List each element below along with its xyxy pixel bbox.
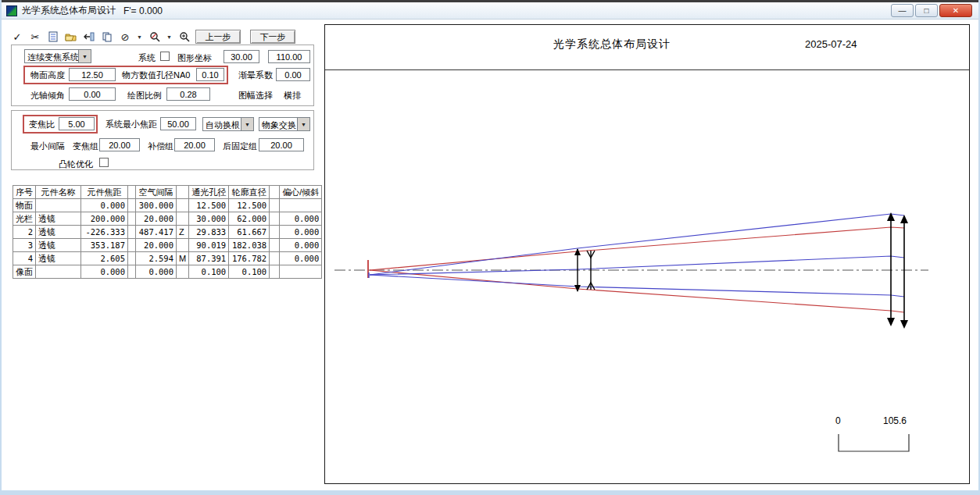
table-cell[interactable] xyxy=(36,199,81,212)
table-cell[interactable]: 0.000 xyxy=(136,265,177,279)
table-cell[interactable]: 2.594 xyxy=(136,252,177,265)
table-cell[interactable]: 29.833 xyxy=(189,226,229,239)
table-cell[interactable]: 62.000 xyxy=(229,212,270,226)
table-cell[interactable]: 20.000 xyxy=(136,239,177,252)
cam-optimize-checkbox[interactable] xyxy=(99,158,109,167)
cut-icon[interactable]: ✂ xyxy=(29,30,41,43)
table-cell[interactable]: 物面 xyxy=(13,199,36,212)
frame-orientation-value[interactable]: 横排 xyxy=(284,90,301,101)
chevron-down-icon[interactable]: ▼ xyxy=(297,118,309,130)
maximize-button[interactable]: □ xyxy=(915,4,938,17)
table-cell[interactable]: 0.000 xyxy=(280,226,322,239)
table-header-cell xyxy=(128,186,136,199)
table-cell[interactable]: 487.417 xyxy=(136,226,177,239)
table-cell[interactable]: 透镜 xyxy=(36,239,81,252)
system-checkbox[interactable] xyxy=(160,52,170,61)
import-icon[interactable] xyxy=(83,30,95,43)
table-cell[interactable] xyxy=(128,226,136,239)
table-cell[interactable]: 353.187 xyxy=(81,239,128,252)
pen-off-dropdown-caret[interactable]: ▼ xyxy=(137,34,143,40)
table-cell[interactable] xyxy=(177,265,189,279)
rear-group-field[interactable] xyxy=(259,138,304,151)
pen-off-icon[interactable]: ⊘ xyxy=(119,30,131,43)
table-cell[interactable] xyxy=(128,265,136,279)
table-cell[interactable]: 0.100 xyxy=(229,265,270,279)
table-cell[interactable]: 182.038 xyxy=(229,239,270,252)
table-cell[interactable]: 12.500 xyxy=(189,199,229,212)
table-cell[interactable] xyxy=(280,199,322,212)
zoom-group-field[interactable] xyxy=(99,138,140,151)
table-cell[interactable] xyxy=(270,199,280,212)
table-cell[interactable]: 176.782 xyxy=(229,252,270,265)
table-cell[interactable]: 300.000 xyxy=(136,199,177,212)
table-cell[interactable]: 0.000 xyxy=(81,199,128,212)
auto-switch-select[interactable]: 自动换根 ▼ xyxy=(202,117,254,131)
table-cell[interactable] xyxy=(270,239,280,252)
object-height-field[interactable] xyxy=(69,68,116,81)
close-button[interactable]: ✕ xyxy=(939,4,972,17)
table-cell[interactable]: 87.391 xyxy=(189,252,229,265)
min-focal-field[interactable] xyxy=(160,117,196,130)
table-cell[interactable] xyxy=(177,239,189,252)
system-type-select[interactable]: 连续变焦系统 ▼ xyxy=(24,49,91,63)
table-cell[interactable]: 透镜 xyxy=(36,212,81,226)
table-cell[interactable]: 0.000 xyxy=(280,212,322,226)
table-cell[interactable] xyxy=(270,265,280,279)
table-cell[interactable] xyxy=(270,212,280,226)
table-cell[interactable] xyxy=(36,265,81,279)
chevron-down-icon[interactable]: ▼ xyxy=(241,118,253,130)
table-cell[interactable] xyxy=(128,212,136,226)
table-cell[interactable]: 透镜 xyxy=(36,226,81,239)
table-cell[interactable]: -226.333 xyxy=(81,226,128,239)
table-cell[interactable]: 12.500 xyxy=(229,199,270,212)
titlebar[interactable]: 光学系统总体布局设计 F'= 0.000 — □ ✕ xyxy=(2,2,978,20)
draw-scale-field[interactable] xyxy=(166,87,210,101)
next-step-button[interactable]: 下一步 xyxy=(250,30,295,44)
comp-group-field[interactable] xyxy=(174,138,215,151)
minimize-button[interactable]: — xyxy=(891,4,914,17)
graph-x-field[interactable] xyxy=(224,50,259,63)
table-cell[interactable]: 3 xyxy=(13,239,36,252)
prev-step-button[interactable]: 上一步 xyxy=(195,30,241,44)
table-cell[interactable] xyxy=(128,199,136,212)
zoom-in-icon[interactable] xyxy=(178,30,191,43)
notes-icon[interactable] xyxy=(47,30,59,43)
table-cell[interactable]: 4 xyxy=(13,252,36,265)
table-cell[interactable]: 200.000 xyxy=(81,212,128,226)
vignetting-field[interactable] xyxy=(276,68,310,81)
confirm-check-icon[interactable]: ✓ xyxy=(11,30,23,43)
table-cell[interactable]: 2.605 xyxy=(81,252,128,265)
table-cell[interactable]: 光栏 xyxy=(13,212,36,226)
table-cell[interactable] xyxy=(128,252,136,265)
na0-field[interactable] xyxy=(196,68,224,81)
chevron-down-icon[interactable]: ▼ xyxy=(78,50,91,62)
table-cell[interactable] xyxy=(177,212,189,226)
table-cell[interactable] xyxy=(177,199,189,212)
table-cell[interactable]: 90.019 xyxy=(189,239,229,252)
table-cell[interactable] xyxy=(270,226,280,239)
zoom-dropdown-caret[interactable]: ▼ xyxy=(166,34,173,40)
table-cell[interactable]: 2 xyxy=(13,226,36,239)
graph-y-field[interactable] xyxy=(268,50,310,63)
table-cell[interactable]: 0.000 xyxy=(280,239,322,252)
axis-tilt-field[interactable] xyxy=(69,87,116,101)
table-cell[interactable] xyxy=(280,265,322,279)
system-type-value: 连续变焦系统 xyxy=(25,50,78,62)
table-cell[interactable]: 像面 xyxy=(13,265,36,279)
table-cell[interactable]: M xyxy=(177,252,189,265)
table-cell[interactable]: 61.667 xyxy=(229,226,270,239)
table-cell[interactable]: 20.000 xyxy=(136,212,177,226)
zoom-ratio-field[interactable] xyxy=(59,117,95,130)
open-folder-icon[interactable] xyxy=(65,30,77,43)
zoom-icon[interactable] xyxy=(148,30,161,43)
obj-img-swap-select[interactable]: 物象交换 ▼ xyxy=(259,117,310,131)
table-cell[interactable]: 0.100 xyxy=(189,265,229,279)
copy-icon[interactable] xyxy=(101,30,113,43)
table-cell[interactable]: 0.000 xyxy=(280,252,322,265)
table-cell[interactable]: 30.000 xyxy=(189,212,229,226)
table-cell[interactable] xyxy=(270,252,280,265)
table-cell[interactable]: Z xyxy=(177,226,189,239)
table-cell[interactable]: 0.000 xyxy=(81,265,128,279)
table-cell[interactable] xyxy=(128,239,136,252)
table-cell[interactable]: 透镜 xyxy=(36,252,81,265)
